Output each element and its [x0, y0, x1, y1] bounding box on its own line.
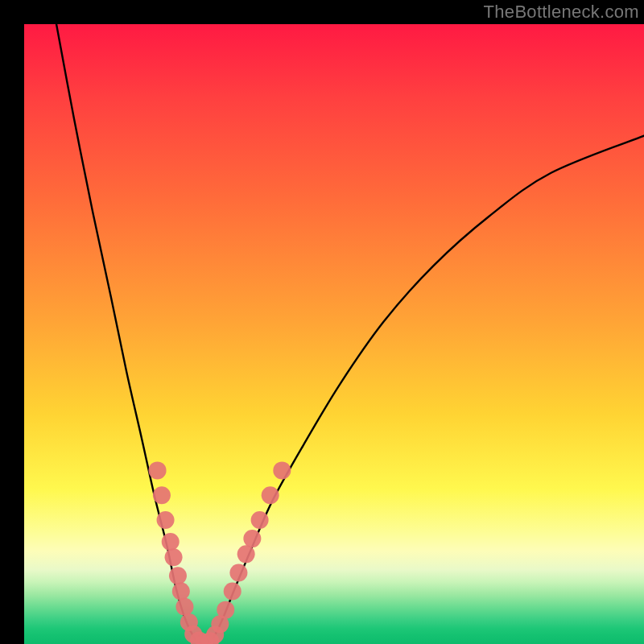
scatter-dots	[149, 461, 291, 644]
plot-area	[24, 24, 644, 644]
chart-svg	[24, 24, 644, 644]
data-point	[229, 564, 247, 581]
data-point	[175, 598, 193, 616]
data-point	[162, 533, 180, 551]
data-point	[153, 486, 171, 504]
v-curve	[56, 24, 644, 644]
data-point	[251, 511, 269, 529]
data-point	[157, 511, 175, 529]
data-point	[262, 486, 279, 504]
data-point	[165, 548, 183, 566]
curve-path	[56, 24, 644, 644]
data-point	[172, 583, 190, 601]
data-point	[169, 567, 187, 584]
watermark-text: TheBottleneck.com	[484, 2, 639, 23]
data-point	[149, 461, 167, 479]
data-point	[243, 530, 261, 547]
data-point	[217, 601, 234, 619]
chart-frame: TheBottleneck.com	[0, 0, 644, 644]
data-point	[224, 583, 242, 601]
data-point	[273, 461, 291, 479]
data-point	[237, 545, 255, 563]
